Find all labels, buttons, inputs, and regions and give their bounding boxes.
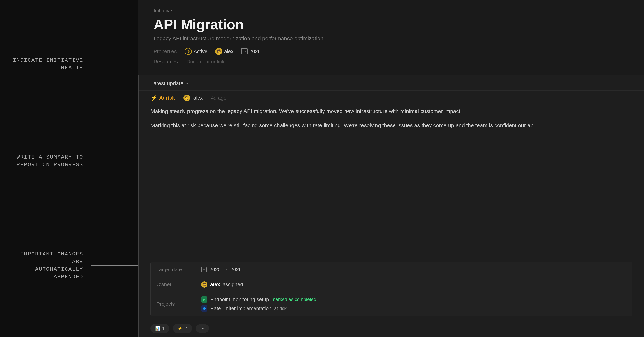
left-panel: INDICATE INITIATIVE HEALTH WRITE A SUMMA…	[0, 0, 138, 337]
update-header-label: Latest update	[150, 80, 184, 87]
update-author-name: alex	[194, 95, 203, 101]
projects-row: Projects ▶ Endpoint monitoring setup mar…	[151, 292, 632, 316]
initiative-breadcrumb: Initiative	[154, 8, 628, 14]
target-date-row: Target date ▭ 2025 → 2026	[151, 262, 632, 277]
annotation-health-text: INDICATE INITIATIVE HEALTH	[12, 57, 91, 72]
badge-1-icon: ⚡	[178, 326, 182, 331]
properties-label: Properties	[154, 49, 177, 55]
badge-1[interactable]: ⚡ 2	[173, 324, 192, 333]
update-author-avatar: 🧑	[183, 95, 190, 101]
initiative-header: Initiative API Migration Legacy API infr…	[138, 0, 644, 71]
owner-name-text: alex	[210, 281, 220, 287]
badge-0[interactable]: 📊 1	[150, 324, 169, 333]
annotation-health: INDICATE INITIATIVE HEALTH	[12, 57, 138, 72]
owner-value: 🧑 alex assigned	[201, 281, 243, 287]
target-date-from: 2025	[210, 266, 221, 273]
update-header: Latest update ▾	[139, 75, 644, 91]
project-0-status: marked as completed	[272, 297, 316, 302]
owner-row: Owner 🧑 alex assigned	[151, 277, 632, 292]
calendar-icon-small: ▭	[201, 267, 207, 272]
more-icon: ⋯	[200, 326, 204, 331]
add-resource-text: Document or link	[186, 59, 224, 65]
project-1-status: at risk	[274, 306, 286, 311]
update-body: Making steady progress on the legacy API…	[139, 103, 644, 262]
meta-separator-1: ·	[178, 95, 180, 101]
owner-avatar-small: 🧑	[201, 281, 208, 287]
status-badge[interactable]: ⊙ Active	[185, 48, 208, 55]
at-risk-text: At risk	[159, 95, 175, 101]
annotation-changes: IMPORTANT CHANGES ARE AUTOMATICALLY APPE…	[12, 250, 138, 281]
update-paragraph-1: Making steady progress on the legacy API…	[150, 107, 632, 116]
annotation-summary-line	[91, 161, 138, 161]
calendar-icon: ▭	[241, 48, 248, 55]
projects-key: Projects	[156, 301, 196, 307]
target-date-key: Target date	[156, 266, 196, 273]
initiative-title: API Migration	[154, 17, 628, 32]
badge-0-icon: 📊	[155, 326, 160, 331]
active-icon: ⊙	[185, 48, 192, 55]
annotation-summary-text: WRITE A SUMMARY TO REPORT ON PROGRESS	[12, 153, 91, 169]
metadata-table: Target date ▭ 2025 → 2026 Owner 🧑 alex a…	[150, 262, 632, 316]
properties-row: Properties ⊙ Active 🧑 alex ▭ 2026	[154, 48, 628, 55]
projects-value: ▶ Endpoint monitoring setup marked as co…	[201, 296, 316, 311]
at-risk-icon: ⚡	[150, 95, 157, 101]
badge-0-label: 1	[162, 326, 164, 331]
owner-avatar: 🧑	[215, 48, 222, 55]
badge-more[interactable]: ⋯	[196, 324, 209, 333]
update-meta: ⚡ At risk · 🧑 alex · 4d ago	[139, 91, 644, 103]
project-0-name: Endpoint monitoring setup	[210, 296, 269, 302]
year-text: 2026	[250, 49, 261, 55]
owner-badge[interactable]: 🧑 alex	[215, 48, 234, 55]
target-date-to: 2026	[230, 266, 242, 273]
project-item-1[interactable]: 🔷 Rate limiter implementation at risk	[201, 305, 316, 311]
badge-1-label: 2	[184, 326, 187, 331]
status-text: Active	[194, 49, 208, 55]
project-completed-icon: ▶	[201, 296, 208, 302]
resources-label: Resources	[154, 59, 178, 65]
add-resource-button[interactable]: + Document or link	[182, 59, 224, 65]
latest-update-section: Latest update ▾ ⚡ At risk · 🧑 alex · 4d …	[138, 75, 644, 337]
initiative-subtitle: Legacy API infrastructure modernization …	[154, 36, 628, 42]
bottom-badges: 📊 1 ⚡ 2 ⋯	[139, 320, 644, 337]
annotation-changes-text: IMPORTANT CHANGES ARE AUTOMATICALLY APPE…	[12, 250, 91, 281]
target-date-value: ▭ 2025 → 2026	[201, 266, 242, 273]
year-badge[interactable]: ▭ 2026	[241, 48, 261, 55]
chevron-down-icon[interactable]: ▾	[186, 81, 188, 86]
project-item-0[interactable]: ▶ Endpoint monitoring setup marked as co…	[201, 296, 316, 302]
update-time-ago: 4d ago	[211, 95, 226, 101]
meta-separator-2: ·	[206, 95, 208, 101]
owner-name: alex	[224, 49, 234, 55]
resources-row: Resources + Document or link	[154, 59, 628, 65]
owner-suffix: assigned	[223, 281, 243, 287]
arrow-icon: →	[224, 267, 228, 272]
project-risk-icon: 🔷	[201, 305, 208, 311]
plus-icon: +	[182, 59, 184, 65]
right-panel: Initiative API Migration Legacy API infr…	[138, 0, 644, 337]
update-paragraph-2: Marking this at risk because we're still…	[150, 121, 632, 130]
annotation-summary: WRITE A SUMMARY TO REPORT ON PROGRESS	[12, 153, 138, 169]
owner-key: Owner	[156, 281, 196, 287]
annotation-changes-line	[91, 265, 138, 266]
annotation-health-line	[91, 64, 138, 64]
project-1-name: Rate limiter implementation	[210, 305, 272, 311]
at-risk-badge[interactable]: ⚡ At risk	[150, 95, 175, 101]
